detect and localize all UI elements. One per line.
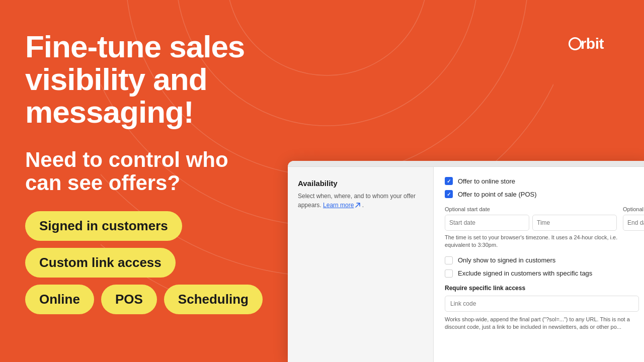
time-input[interactable]	[532, 215, 617, 231]
timezone-note: The time is set to your browser's timezo…	[445, 234, 639, 249]
checkbox-exclude-tags[interactable]	[445, 269, 453, 278]
badge-row-2: Custom link access	[25, 248, 262, 278]
checkbox-online-store-label: Offer to online store	[458, 177, 515, 185]
panel-left: Availability Select when, where, and to …	[288, 167, 434, 362]
orbit-logo-text: rbit	[569, 35, 604, 52]
checkbox-row-exclude-tags[interactable]: Exclude signed in customers with specifi…	[445, 269, 639, 278]
badge-signed-in-customers[interactable]: Signed in customers	[25, 211, 182, 241]
panel-right: Offer to online store Offer to point of …	[434, 167, 644, 362]
three-dots-decoration	[294, 150, 320, 156]
learn-more-link[interactable]: Learn more	[323, 201, 360, 210]
link-code-input[interactable]	[445, 296, 639, 312]
start-date-input-row	[445, 215, 617, 231]
checkbox-row-signed-in[interactable]: Only show to signed in customers	[445, 256, 639, 264]
end-date-label: Optional end date	[623, 206, 644, 212]
checkbox-pos[interactable]	[445, 190, 453, 198]
checkbox-pos-label: Offer to point of sale (POS)	[458, 191, 537, 198]
checkbox-signed-in[interactable]	[445, 256, 453, 264]
end-date-input[interactable]	[623, 215, 644, 231]
orbit-logo: rbit	[569, 35, 604, 52]
start-date-input[interactable]	[445, 215, 529, 231]
link-desc: Works shop-wide, append the final part (…	[445, 316, 639, 331]
end-date-input-row	[623, 215, 644, 231]
checkbox-row-pos[interactable]: Offer to point of sale (POS)	[445, 190, 639, 198]
badge-scheduling[interactable]: Scheduling	[164, 285, 263, 314]
dot-2	[304, 150, 310, 156]
badge-row-1: Signed in customers	[25, 211, 262, 241]
ui-panel: Availability Select when, where, and to …	[288, 161, 644, 362]
checkbox-row-online-store[interactable]: Offer to online store	[445, 177, 639, 185]
panel-content: Availability Select when, where, and to …	[288, 167, 644, 362]
customer-checkboxes: Only show to signed in customers Exclude…	[445, 256, 639, 278]
panel-section-title: Availability	[298, 179, 423, 188]
end-date-col: Optional end date	[623, 206, 644, 231]
sub-headline: Need to control who can see offers?	[25, 148, 262, 195]
checkbox-signed-in-label: Only show to signed in customers	[458, 256, 555, 264]
panel-section-desc: Select when, where, and to whom your off…	[298, 192, 423, 210]
left-section: Fine-tune sales visibility and messaging…	[0, 0, 287, 362]
badge-pos[interactable]: POS	[101, 285, 157, 314]
feature-badges: Signed in customers Custom link access O…	[25, 211, 262, 314]
start-date-label: Optional start date	[445, 206, 617, 212]
checkbox-exclude-tags-label: Exclude signed in customers with specifi…	[458, 269, 592, 277]
badge-row-3: Online POS Scheduling	[25, 285, 262, 314]
dot-3	[314, 150, 320, 156]
checkbox-online-store[interactable]	[445, 177, 453, 185]
main-headline: Fine-tune sales visibility and messaging…	[25, 30, 262, 128]
badge-online[interactable]: Online	[25, 285, 94, 314]
orbit-logo-o	[569, 37, 582, 50]
badge-custom-link-access[interactable]: Custom link access	[25, 248, 176, 278]
start-date-col: Optional start date	[445, 206, 617, 231]
panel-top-bar	[288, 161, 644, 167]
dot-1	[294, 150, 300, 156]
date-section: Optional start date Optional end date	[445, 206, 639, 231]
link-section-label: Require specific link access	[445, 285, 639, 292]
